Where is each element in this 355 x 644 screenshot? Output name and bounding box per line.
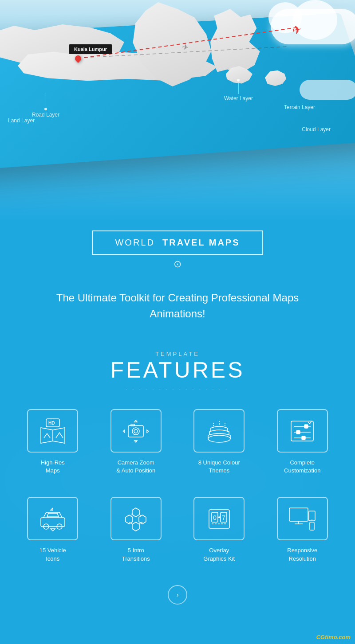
feature-responsive: ResponsiveResolution — [261, 492, 344, 567]
feature-icon-box-responsive — [277, 497, 328, 540]
intro-transitions-icon — [120, 504, 151, 533]
features-section: TEMPLATE FEATURES · · · · · · · · · · · … — [0, 342, 355, 618]
svg-text:HD: HD — [48, 421, 55, 425]
feature-icon-box-colour — [193, 409, 245, 453]
cloud-layer-label: Cloud Layer — [302, 126, 331, 133]
svg-rect-39 — [289, 508, 308, 521]
overlay-graphics-icon: 0 7 — [204, 504, 235, 533]
svg-rect-8 — [131, 424, 134, 426]
water-layer-label: Water Layer — [224, 79, 253, 101]
location-pin-kuala-lumpur: Kuala Lumpur — [69, 44, 112, 62]
feature-icon-box-camera — [110, 409, 162, 453]
feature-vehicle-icons: 15 VehicleIcons — [11, 492, 95, 567]
road-layer-label: Road Layer — [32, 93, 59, 118]
feature-icon-box-high-res: HD — [27, 409, 78, 453]
subtitle-text: The Ultimate Toolkit for Creating Profes… — [31, 290, 324, 322]
title-world: WORLD — [115, 238, 154, 247]
svg-text:0: 0 — [213, 514, 217, 521]
feature-icon-box-intro — [110, 497, 162, 540]
feature-high-res-maps: HD High-ResMaps — [11, 405, 95, 479]
pin-marker — [74, 54, 83, 63]
title-pin-icon: ⊙ — [0, 258, 355, 270]
vehicle-icon — [37, 504, 68, 533]
svg-text:7: 7 — [222, 514, 225, 521]
svg-rect-19 — [302, 436, 305, 440]
feature-label-colour: 8 Unique ColourThemes — [198, 459, 240, 475]
feature-label-responsive: ResponsiveResolution — [287, 546, 317, 562]
title-travel-maps: TRAVEL MAPS — [162, 238, 240, 247]
svg-marker-27 — [132, 522, 139, 531]
watermark: CGtimo.com — [316, 634, 351, 640]
feature-label-vehicle: 15 VehicleIcons — [39, 546, 66, 562]
svg-point-7 — [134, 429, 138, 433]
svg-rect-15 — [304, 425, 308, 428]
bottom-chevron-button[interactable]: › — [168, 585, 187, 605]
features-heading: FEATURES — [0, 358, 355, 382]
high-res-icon: HD — [37, 417, 68, 445]
svg-rect-5 — [128, 425, 143, 437]
feature-label-high-res: High-ResMaps — [41, 459, 65, 475]
feature-camera-zoom: Camera Zoom& Auto Position — [95, 405, 178, 479]
features-dots: · · · · · · · · · · · · · · · · — [0, 387, 355, 391]
world-travel-maps-title: WORLD TRAVEL MAPS — [92, 230, 263, 255]
feature-icon-box-overlay: 0 7 — [193, 497, 245, 540]
feature-intro-transitions: 5 IntroTransitions — [95, 492, 178, 567]
title-section: WORLD TRAVEL MAPS ⊙ — [0, 222, 355, 274]
bottom-chevron-section: › — [0, 581, 355, 618]
svg-rect-20 — [41, 518, 65, 527]
feature-label-camera: Camera Zoom& Auto Position — [116, 459, 155, 475]
responsive-icon — [287, 504, 318, 533]
svg-marker-26 — [139, 515, 146, 524]
feature-label-custom: CompleteCustomization — [284, 459, 320, 475]
feature-colour-themes: 8 Unique ColourThemes — [178, 405, 261, 479]
svg-rect-17 — [296, 430, 300, 434]
cloud-2 — [300, 80, 355, 100]
features-grid-row1: HD High-ResMaps — [0, 400, 355, 488]
hero-section: ✈ ✈ Kuala Lumpur Road Layer Land Layer W… — [0, 0, 355, 222]
feature-label-overlay: OverlayGraphics Kit — [203, 546, 235, 562]
svg-marker-25 — [126, 515, 133, 524]
features-label: TEMPLATE — [0, 351, 355, 357]
location-label: Kuala Lumpur — [69, 44, 112, 54]
feature-icon-box-vehicle — [27, 497, 78, 540]
feature-customization: CompleteCustomization — [261, 405, 344, 479]
svg-marker-24 — [132, 508, 139, 517]
svg-rect-42 — [309, 511, 315, 521]
features-grid-row2: 15 VehicleIcons 5 IntroTransitions — [0, 488, 355, 580]
svg-point-6 — [132, 428, 139, 435]
feature-overlay-graphics: 0 7 OverlayGraphics Kit — [178, 492, 261, 567]
svg-point-37 — [218, 516, 220, 518]
camera-zoom-icon — [120, 417, 151, 445]
colour-themes-icon — [204, 417, 235, 445]
customization-icon — [287, 417, 318, 445]
subtitle-section: The Ultimate Toolkit for Creating Profes… — [0, 274, 355, 342]
terrain-layer-label: Terrain Layer — [284, 104, 315, 110]
feature-icon-box-custom — [277, 409, 328, 453]
land-layer-label: Land Layer — [8, 117, 35, 124]
feature-label-intro: 5 IntroTransitions — [122, 546, 150, 562]
svg-point-9 — [208, 435, 230, 442]
